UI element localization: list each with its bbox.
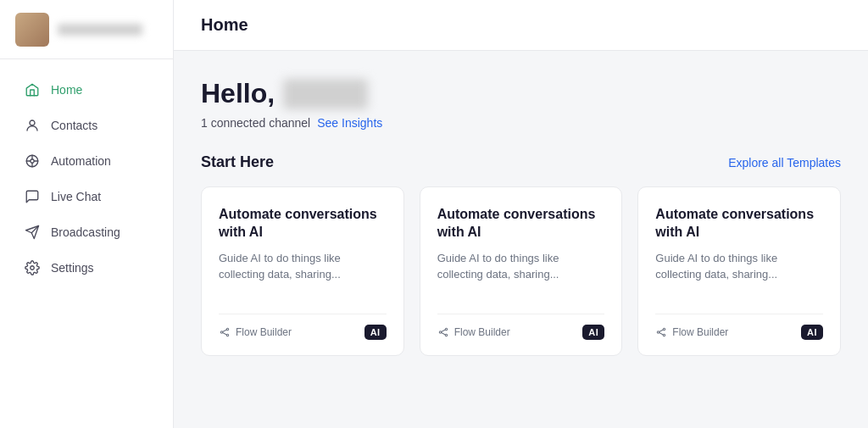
sidebar-item-broadcasting-label: Broadcasting xyxy=(51,225,120,239)
sidebar-nav: Home Contacts Automation Live Chat xyxy=(0,59,173,298)
card-1-title: Automate conversations with AI xyxy=(219,206,387,242)
live-chat-icon xyxy=(24,188,41,205)
card-1-ai-badge: AI xyxy=(364,325,387,340)
card-2-title: Automate conversations with AI xyxy=(437,206,605,242)
card-3-tag-label: Flow Builder xyxy=(672,326,728,338)
automation-icon xyxy=(24,153,41,170)
svg-line-24 xyxy=(659,333,664,335)
explore-all-templates-link[interactable]: Explore all Templates xyxy=(728,156,841,170)
card-3-title: Automate conversations with AI xyxy=(655,206,823,242)
flow-builder-icon-2 xyxy=(437,326,449,338)
settings-icon xyxy=(24,259,41,276)
sidebar-item-home[interactable]: Home xyxy=(7,73,166,107)
cards-grid: Automate conversations with AI Guide AI … xyxy=(201,186,841,356)
brand-avatar xyxy=(15,13,49,47)
card-3-footer: Flow Builder AI xyxy=(655,314,823,340)
sidebar-item-live-chat-label: Live Chat xyxy=(51,190,101,203)
svg-line-18 xyxy=(441,330,445,331)
svg-line-13 xyxy=(223,330,227,331)
user-name-blur xyxy=(283,79,368,109)
connected-channel-text: 1 connected channel xyxy=(201,116,310,130)
sidebar-item-broadcasting[interactable]: Broadcasting xyxy=(7,215,166,249)
sidebar-item-settings[interactable]: Settings xyxy=(7,251,166,285)
sidebar-item-settings-label: Settings xyxy=(51,261,94,275)
sidebar-item-home-label: Home xyxy=(51,83,82,97)
template-card-1[interactable]: Automate conversations with AI Guide AI … xyxy=(201,186,404,356)
home-icon xyxy=(24,81,41,98)
card-3-tag: Flow Builder xyxy=(655,326,728,338)
sidebar-item-contacts[interactable]: Contacts xyxy=(7,108,166,142)
svg-line-14 xyxy=(223,333,227,335)
sidebar-item-contacts-label: Contacts xyxy=(51,119,97,132)
card-1-tag: Flow Builder xyxy=(219,326,292,338)
svg-point-9 xyxy=(31,266,35,270)
card-3-desc: Guide AI to do things like collecting da… xyxy=(655,250,823,297)
card-2-ai-badge: AI xyxy=(582,325,604,340)
card-1-tag-label: Flow Builder xyxy=(236,326,292,338)
sidebar-logo xyxy=(0,0,173,59)
main-header: Home xyxy=(174,0,868,51)
broadcasting-icon xyxy=(24,224,41,241)
card-1-footer: Flow Builder AI xyxy=(219,314,387,340)
greeting-text: Hello, xyxy=(201,78,275,109)
section-title: Start Here xyxy=(201,153,274,171)
main-area: Home Hello, 1 connected channel See Insi… xyxy=(174,0,868,428)
connected-info: 1 connected channel See Insights xyxy=(201,116,841,130)
greeting-row: Hello, xyxy=(201,78,841,109)
card-3-ai-badge: AI xyxy=(801,325,823,340)
sidebar-item-live-chat[interactable]: Live Chat xyxy=(7,180,166,214)
main-content: Hello, 1 connected channel See Insights … xyxy=(174,51,868,383)
card-2-tag: Flow Builder xyxy=(437,326,510,338)
flow-builder-icon-3 xyxy=(655,326,667,338)
see-insights-link[interactable]: See Insights xyxy=(317,116,382,130)
page-title: Home xyxy=(201,15,841,35)
brand-name-blur xyxy=(58,24,142,36)
card-2-desc: Guide AI to do things like collecting da… xyxy=(437,250,605,297)
contacts-icon xyxy=(24,117,41,134)
sidebar-item-automation[interactable]: Automation xyxy=(7,144,166,178)
card-2-tag-label: Flow Builder xyxy=(454,326,510,338)
svg-line-23 xyxy=(659,330,664,331)
section-header: Start Here Explore all Templates xyxy=(201,153,841,171)
template-card-3[interactable]: Automate conversations with AI Guide AI … xyxy=(637,186,841,356)
svg-line-19 xyxy=(441,333,445,335)
template-card-2[interactable]: Automate conversations with AI Guide AI … xyxy=(420,186,623,356)
sidebar: Home Contacts Automation Live Chat xyxy=(0,0,174,428)
card-1-desc: Guide AI to do things like collecting da… xyxy=(219,250,387,297)
svg-point-0 xyxy=(30,120,35,125)
sidebar-item-automation-label: Automation xyxy=(51,154,111,168)
card-2-footer: Flow Builder AI xyxy=(437,314,605,340)
flow-builder-icon xyxy=(219,326,231,338)
